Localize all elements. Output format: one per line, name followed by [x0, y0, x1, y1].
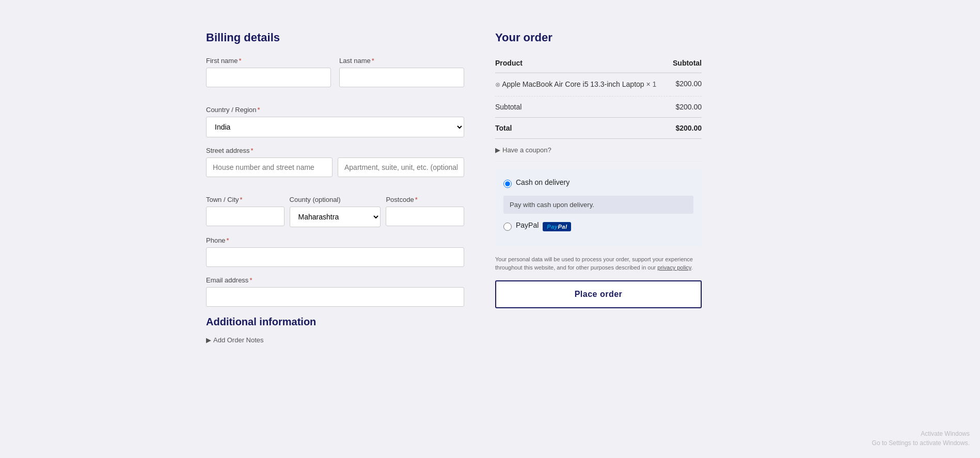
subtotal-row-label: Subtotal	[495, 96, 670, 117]
arrow-icon: ▶	[206, 336, 211, 344]
subtotal-row-value: $200.00	[670, 96, 702, 117]
windows-watermark: Activate Windows Go to Settings to activ…	[872, 429, 970, 448]
paypal-logo-icon: PayPal	[543, 222, 571, 231]
country-label: Country / Region*	[206, 106, 464, 114]
last-name-group: Last name*	[339, 57, 464, 87]
table-row: ⊗ Apple MacBook Air Core i5 13.3-inch La…	[495, 73, 702, 96]
street-label: Street address*	[206, 147, 464, 154]
paypal-radio[interactable]	[503, 223, 512, 231]
town-label: Town / City*	[206, 196, 284, 203]
county-label: County (optional)	[290, 196, 381, 203]
postcode-group: Postcode*	[386, 196, 464, 227]
total-row-value: $200.00	[670, 117, 702, 138]
subtotal-row: Subtotal $200.00	[495, 96, 702, 117]
paypal-option: PayPal PayPal	[503, 221, 693, 232]
phone-input[interactable]	[206, 247, 464, 267]
town-group: Town / City*	[206, 196, 284, 227]
order-section: Your order Product Subtotal ⊗ Apple MacB…	[495, 31, 702, 344]
street-address-group: Street address*	[206, 147, 464, 186]
privacy-policy-link[interactable]: privacy policy	[657, 264, 691, 271]
additional-section: Additional information ▶ Add Order Notes	[206, 316, 464, 344]
coupon-link[interactable]: ▶ Have a coupon?	[495, 146, 702, 154]
additional-title: Additional information	[206, 316, 464, 328]
first-name-input[interactable]	[206, 68, 331, 87]
product-col-header: Product	[495, 55, 670, 73]
watermark-line2: Go to Settings to activate Windows.	[872, 438, 970, 448]
billing-section: Billing details First name* Last name*	[206, 31, 464, 344]
country-select[interactable]: India United States United Kingdom Canad…	[206, 117, 464, 137]
watermark-line1: Activate Windows	[872, 429, 970, 438]
place-order-button[interactable]: Place order	[495, 280, 702, 308]
last-name-label: Last name*	[339, 57, 464, 65]
name-row: First name* Last name*	[206, 57, 464, 97]
payment-box: Cash on delivery Pay with cash upon deli…	[495, 170, 702, 247]
product-price: $200.00	[670, 73, 702, 96]
coupon-arrow-icon: ▶	[495, 146, 500, 154]
phone-label: Phone*	[206, 236, 464, 244]
cash-on-delivery-label[interactable]: Cash on delivery	[516, 178, 570, 186]
product-name: Apple MacBook Air Core i5 13.3-inch Lapt…	[502, 80, 644, 88]
total-row-label: Total	[495, 117, 670, 138]
coupon-row: ▶ Have a coupon?	[495, 139, 702, 162]
paypal-label[interactable]: PayPal	[516, 221, 539, 229]
email-label: Email address*	[206, 276, 464, 284]
billing-title: Billing details	[206, 31, 464, 44]
first-name-label: First name*	[206, 57, 331, 65]
first-name-group: First name*	[206, 57, 331, 87]
county-select[interactable]: Maharashtra Delhi Karnataka Tamil Nadu G…	[290, 207, 381, 227]
postcode-input[interactable]	[386, 207, 464, 226]
add-order-notes-link[interactable]: ▶ Add Order Notes	[206, 336, 464, 344]
cash-on-delivery-radio[interactable]	[503, 180, 512, 188]
order-title: Your order	[495, 31, 702, 44]
email-group: Email address*	[206, 276, 464, 307]
product-qty: × 1	[646, 80, 657, 88]
city-row: Town / City* County (optional) Maharasht…	[206, 196, 464, 227]
county-group: County (optional) Maharashtra Delhi Karn…	[290, 196, 381, 227]
last-name-input[interactable]	[339, 68, 464, 87]
cash-description: Pay with cash upon delivery.	[503, 196, 693, 214]
total-row: Total $200.00	[495, 117, 702, 138]
phone-group: Phone*	[206, 236, 464, 267]
product-cell: ⊗ Apple MacBook Air Core i5 13.3-inch La…	[495, 73, 670, 96]
order-table: Product Subtotal ⊗ Apple MacBook Air Cor…	[495, 55, 702, 139]
subtotal-col-header: Subtotal	[670, 55, 702, 73]
privacy-text: Your personal data will be used to proce…	[495, 255, 702, 272]
street-address-extra-input[interactable]	[338, 157, 464, 177]
cash-on-delivery-option: Cash on delivery	[503, 178, 693, 189]
street-inputs-row	[206, 157, 464, 177]
email-input[interactable]	[206, 287, 464, 307]
remove-icon[interactable]: ⊗	[495, 81, 500, 88]
postcode-label: Postcode*	[386, 196, 464, 203]
street-address-input[interactable]	[206, 157, 333, 177]
town-input[interactable]	[206, 207, 284, 226]
country-group: Country / Region* India United States Un…	[206, 106, 464, 137]
